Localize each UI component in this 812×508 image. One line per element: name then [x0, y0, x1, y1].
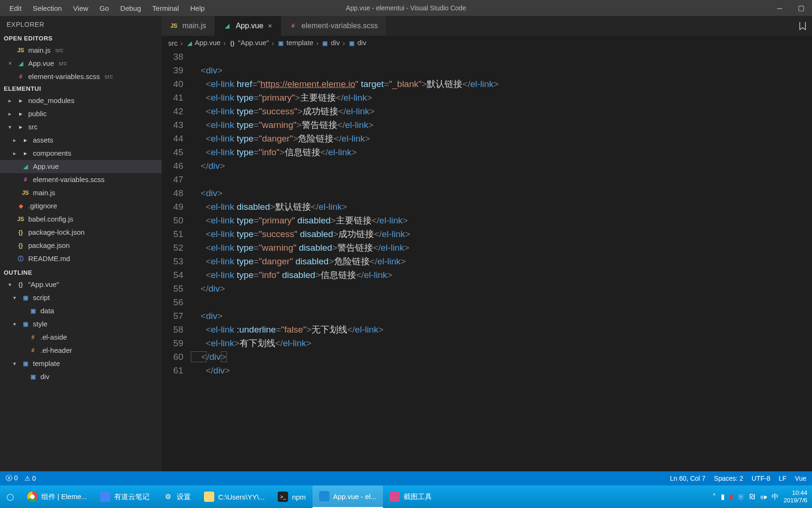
file-tree-item[interactable]: ▾▸src	[0, 120, 162, 134]
status-eol[interactable]: LF	[779, 475, 786, 482]
vue-icon: ◢	[224, 22, 231, 30]
snip-icon	[390, 492, 400, 502]
window-controls: ─ ▢	[769, 0, 812, 16]
chevron-icon: ▾	[8, 122, 13, 132]
tab-main-js[interactable]: JSmain.js	[162, 16, 215, 36]
folder-icon: ▸	[22, 136, 29, 144]
status-errors[interactable]: ⓧ 0	[6, 474, 18, 483]
file-tree-item[interactable]: ▸▸components	[0, 147, 162, 160]
file-tree-item[interactable]: ▸▸assets	[0, 134, 162, 147]
open-editor-item[interactable]: ×◢App.vuesrc	[0, 57, 162, 70]
system-tray[interactable]: ˄ ▮ ▮ ⛨ ₪ 🕪 中 10:44 2019/7/6	[712, 489, 812, 504]
tray-network-icon[interactable]: ₪	[750, 492, 755, 501]
file-tree-item[interactable]: JSmain.js	[0, 186, 162, 199]
file-tree-item[interactable]: ◢App.vue	[0, 160, 162, 173]
file-tree-item[interactable]: ▸▸public	[0, 107, 162, 120]
term-icon: >_	[278, 492, 288, 502]
close-icon[interactable]: ×	[8, 58, 13, 69]
js-icon: JS	[22, 189, 29, 197]
tray-app-icon[interactable]: ▮	[721, 492, 725, 501]
compare-changes-icon[interactable]	[798, 16, 807, 36]
tray-clock[interactable]: 10:44 2019/7/6	[783, 489, 807, 504]
vue-icon: ◢	[186, 40, 193, 47]
file-tree-item[interactable]: {}package.json	[0, 239, 162, 252]
menu-help[interactable]: Help	[185, 1, 211, 15]
file-tree-item[interactable]: ◆.gitignore	[0, 199, 162, 213]
taskbar-item[interactable]: 有道云笔记	[94, 485, 156, 508]
code-editor[interactable]: 38 39 40 41 42 43 44 45 46 47 48 49 50 5…	[162, 50, 812, 471]
menu-go[interactable]: Go	[94, 1, 115, 15]
minimize-button[interactable]: ─	[769, 0, 790, 16]
taskbar-item[interactable]: App.vue - el...	[312, 485, 383, 508]
taskbar-item[interactable]: 组件 | Eleme...	[21, 485, 94, 508]
tab-app-vue[interactable]: ◢App.vue×	[215, 16, 281, 36]
tray-volume-icon[interactable]: 🕪	[760, 493, 767, 501]
breadcrumb-item[interactable]: {} "App.vue"	[228, 39, 269, 47]
menu-debug[interactable]: Debug	[115, 1, 147, 15]
open-editor-item[interactable]: #element-variables.scsssrc	[0, 70, 162, 83]
file-tree-item[interactable]: ⓘREADME.md	[0, 252, 162, 265]
chevron-icon: ▸	[13, 148, 18, 159]
close-icon[interactable]: ×	[268, 22, 272, 30]
file-tree-item[interactable]: JSbabel.config.js	[0, 213, 162, 226]
taskbar-item[interactable]: C:\Users\YY\...	[197, 485, 271, 508]
file-tree-item[interactable]: {}package-lock.json	[0, 226, 162, 239]
tab-element-variables-scss[interactable]: #element-variables.scss	[281, 16, 387, 36]
file-tree-item[interactable]: #element-variables.scss	[0, 173, 162, 186]
start-button[interactable]: ◯	[0, 485, 21, 508]
taskbar-item[interactable]: ⚙设置	[156, 485, 197, 508]
project-header[interactable]: ELEMENTUI	[0, 83, 162, 94]
outline-item[interactable]: #.el-header	[0, 344, 162, 357]
breadcrumb-item[interactable]: ▣ div	[321, 39, 340, 47]
open-editor-item[interactable]: JSmain.jssrc	[0, 44, 162, 57]
code-content[interactable]: <div> <el-link href="https://element.ele…	[191, 50, 812, 471]
outline-item[interactable]: ▣data	[0, 304, 162, 318]
status-warnings[interactable]: ⚠ 0	[24, 475, 36, 482]
maximize-button[interactable]: ▢	[790, 0, 812, 16]
outline-item[interactable]: ▾▣template	[0, 357, 162, 370]
status-ln-col[interactable]: Ln 60, Col 7	[670, 475, 706, 482]
git-icon: ◆	[17, 202, 24, 210]
outline-item[interactable]: ▣div	[0, 370, 162, 383]
outline-item[interactable]: ▾▣style	[0, 318, 162, 331]
taskbar-item[interactable]: 截图工具	[383, 485, 438, 508]
gear-icon: ⚙	[163, 492, 173, 502]
file-tree-item[interactable]: ▸▸node_modules	[0, 94, 162, 107]
breadcrumb[interactable]: src›◢ App.vue›{} "App.vue"›▣ template›▣ …	[162, 36, 812, 50]
line-gutter: 38 39 40 41 42 43 44 45 46 47 48 49 50 5…	[162, 50, 191, 471]
tray-chevron-icon[interactable]: ˄	[712, 492, 716, 501]
folder-icon: ▸	[22, 150, 29, 157]
folder-icon: ▸	[17, 110, 24, 118]
menubar: EditSelectionViewGoDebugTerminalHelp	[0, 1, 211, 15]
hash-icon: #	[29, 333, 37, 341]
status-lang[interactable]: Vue	[795, 475, 806, 482]
outline-item[interactable]: ▾{}"App.vue"	[0, 278, 162, 291]
menu-view[interactable]: View	[68, 1, 94, 15]
open-editors-header[interactable]: OPEN EDITORS	[0, 33, 162, 44]
breadcrumb-item[interactable]: src	[168, 39, 178, 47]
breadcrumb-item[interactable]: ▣ template	[277, 39, 313, 47]
chevron-icon: ▸	[8, 95, 13, 106]
menu-selection[interactable]: Selection	[27, 1, 68, 15]
tray-shield-icon[interactable]: ⛨	[738, 493, 745, 501]
statusbar: ⓧ 0 ⚠ 0 Ln 60, Col 7 Spaces: 2 UTF-8 LF …	[0, 471, 812, 485]
outline-item[interactable]: ▾▣script	[0, 291, 162, 304]
breadcrumb-item[interactable]: ◢ App.vue	[186, 39, 220, 47]
menu-terminal[interactable]: Terminal	[147, 1, 185, 15]
hash-icon: #	[29, 347, 37, 354]
status-encoding[interactable]: UTF-8	[752, 475, 771, 482]
tray-ime[interactable]: 中	[772, 492, 779, 501]
outline-item[interactable]: #.el-aside	[0, 331, 162, 344]
taskbar-item[interactable]: >_npm	[271, 485, 312, 508]
vscode-icon	[319, 491, 329, 501]
cube-icon: ▣	[348, 40, 355, 47]
json-icon: {}	[17, 242, 24, 249]
breadcrumb-item[interactable]: ▣ div	[348, 39, 366, 47]
menu-edit[interactable]: Edit	[4, 1, 27, 15]
chevron-icon: ▾	[13, 319, 18, 329]
tray-app-icon[interactable]: ▮	[729, 492, 733, 501]
status-spaces[interactable]: Spaces: 2	[714, 475, 743, 482]
note-icon	[100, 492, 110, 502]
outline-header[interactable]: OUTLINE	[0, 267, 162, 278]
cube-icon: ▣	[22, 320, 29, 328]
